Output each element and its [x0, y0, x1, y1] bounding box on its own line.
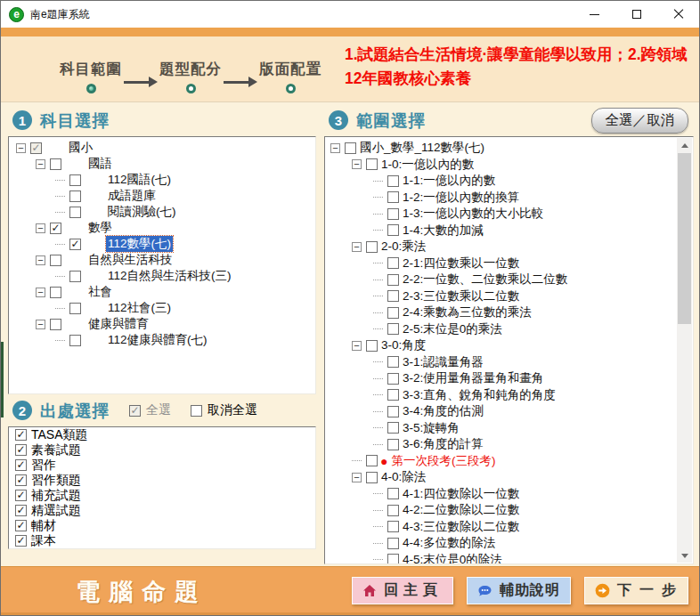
collapse-icon[interactable]: − — [36, 255, 45, 265]
tree-label[interactable]: 3-0:角度 — [379, 337, 427, 353]
maximize-button[interactable] — [615, 1, 657, 28]
tree-row[interactable]: −1-0:一億以內的數 — [327, 157, 677, 174]
checkbox[interactable] — [387, 323, 399, 335]
tree-label[interactable]: 3-1:認識量角器 — [401, 354, 485, 370]
tree-row[interactable]: 2-5:末位是0的乘法 — [327, 321, 677, 338]
tree-label[interactable]: 3-6:角度的計算 — [401, 436, 485, 452]
tree-row[interactable]: 閱讀測驗(七) — [11, 204, 313, 220]
tree-label[interactable]: 自然與生活科技 — [86, 252, 175, 268]
tree-label[interactable]: 國語 — [86, 156, 114, 172]
checkbox[interactable]: ✓ — [15, 429, 27, 441]
tree-label[interactable]: 2-5:末位是0的乘法 — [401, 321, 504, 337]
checkbox[interactable] — [387, 488, 399, 499]
tree-label[interactable]: 3-4:角度的估測 — [401, 403, 485, 419]
checkbox[interactable]: ✓ — [30, 142, 42, 154]
checkbox[interactable] — [69, 207, 81, 218]
collapse-icon[interactable]: − — [36, 159, 45, 169]
tree-label[interactable]: 數學 — [86, 220, 114, 236]
tree-row[interactable]: 2-3:三位數乘以二位數 — [327, 288, 677, 305]
tree-row[interactable]: −國小_數學_112數學(七) — [327, 140, 677, 157]
tree-row[interactable]: −3-0:角度 — [327, 337, 677, 354]
tree-row[interactable]: 2-4:乘數為三位數的乘法 — [327, 304, 677, 321]
checkbox[interactable]: ✓ — [69, 239, 81, 250]
checkbox[interactable] — [387, 208, 399, 220]
scroll-up-icon[interactable] — [677, 138, 692, 152]
tree-row[interactable]: −✓國小 — [11, 140, 313, 156]
home-button[interactable]: 回主頁 — [352, 577, 453, 604]
source-item[interactable]: ✓TASA類題 — [9, 427, 315, 442]
collapse-icon[interactable]: − — [352, 341, 362, 351]
checkbox[interactable] — [387, 191, 399, 203]
tree-row[interactable]: 112社會(三) — [11, 300, 313, 316]
source-item[interactable]: ✓輔材 — [9, 518, 315, 533]
checkbox[interactable] — [345, 142, 356, 154]
checkbox[interactable] — [387, 356, 399, 368]
tree-label[interactable]: 4-1:四位數除以一位數 — [401, 486, 521, 502]
tree-label[interactable]: 4-3:三位數除以二位數 — [401, 519, 521, 535]
tree-label[interactable]: 1-2:一億以內數的換算 — [401, 190, 521, 206]
minimize-button[interactable] — [574, 1, 615, 28]
next-button[interactable]: 下一步 — [584, 577, 688, 604]
scrollbar[interactable] — [677, 138, 692, 563]
tree-row[interactable]: 4-2:二位數除以二位數 — [327, 502, 677, 519]
checkbox[interactable] — [387, 406, 399, 417]
checkbox[interactable]: ✓ — [15, 505, 27, 516]
scrollbar-thumb[interactable] — [678, 153, 691, 324]
tree-row[interactable]: ✓112數學(七) — [11, 236, 313, 252]
tree-row[interactable]: 4-5:末位是0的除法 — [327, 552, 677, 564]
source-item[interactable]: ✓精選試題 — [9, 503, 315, 518]
tree-label[interactable]: 閱讀測驗(七) — [106, 204, 178, 220]
tree-row[interactable]: 3-2:使用量角器量角和畫角 — [327, 370, 677, 387]
checkbox[interactable]: ✓ — [15, 444, 27, 456]
source-item[interactable]: ✓習作類題 — [9, 473, 315, 488]
tree-label[interactable]: 1-4:大數的加減 — [401, 223, 485, 239]
checkbox[interactable] — [366, 472, 378, 483]
checkbox[interactable]: ✓ — [50, 223, 61, 234]
tree-label[interactable]: 1-1:一億以內的數 — [401, 173, 497, 189]
checkbox[interactable] — [366, 455, 378, 466]
source-item[interactable]: ✓補充試題 — [9, 488, 315, 503]
checkbox[interactable] — [387, 175, 399, 187]
tree-label[interactable]: 3-5:旋轉角 — [401, 420, 461, 436]
help-button[interactable]: 輔助說明 — [467, 577, 571, 604]
tree-row[interactable]: 1-3:一億以內數的大小比較 — [327, 206, 677, 223]
source-item[interactable]: ✓習作 — [9, 458, 315, 473]
checkbox[interactable] — [366, 340, 378, 352]
checkbox[interactable] — [387, 290, 399, 302]
checkbox[interactable] — [50, 255, 61, 266]
tree-row[interactable]: −4-0:除法 — [327, 469, 677, 486]
collapse-icon[interactable]: − — [352, 473, 362, 482]
checkbox[interactable] — [387, 422, 399, 434]
tree-label[interactable]: 112國語(七) — [106, 172, 173, 188]
tree-label[interactable]: 2-1:四位數乘以一位數 — [401, 255, 521, 272]
tree-label[interactable]: 2-3:三位數乘以二位數 — [401, 288, 521, 304]
tree-label[interactable]: 112社會(三) — [106, 300, 173, 316]
tree-label[interactable]: 2-0:乘法 — [379, 239, 427, 255]
collapse-icon[interactable]: − — [330, 143, 340, 153]
checkbox[interactable]: ✓ — [15, 490, 27, 501]
tree-row[interactable]: 4-3:三位數除以二位數 — [327, 519, 677, 536]
checkbox[interactable] — [387, 389, 399, 401]
tree-label[interactable]: 國小 — [67, 140, 94, 156]
checkbox[interactable] — [69, 335, 81, 346]
checkbox[interactable] — [387, 373, 399, 385]
tree-row[interactable]: 2-2:一位數、二位數乘以二位數 — [327, 272, 677, 288]
tree-row[interactable]: 3-5:旋轉角 — [327, 420, 677, 437]
checkbox[interactable] — [69, 174, 81, 186]
tree-label[interactable]: 4-4:多位數的除法 — [401, 535, 497, 551]
tree-row[interactable]: 112自然與生活科技(三) — [11, 268, 313, 284]
tree-label[interactable]: 第一次段考(三段考) — [389, 453, 497, 469]
collapse-icon[interactable]: − — [36, 320, 45, 329]
tree-row[interactable]: 1-2:一億以內數的換算 — [327, 190, 677, 207]
tree-label[interactable]: 112數學(七) — [106, 236, 173, 252]
tree-row[interactable]: 1-4:大數的加減 — [327, 223, 677, 239]
tree-label[interactable]: 成語題庫 — [106, 188, 158, 204]
checkbox[interactable]: ✓ — [15, 474, 27, 486]
tree-row[interactable]: −社會 — [11, 284, 313, 300]
collapse-icon[interactable]: − — [36, 288, 45, 297]
checkbox[interactable]: ✓ — [15, 535, 27, 547]
tree-label[interactable]: 2-4:乘數為三位數的乘法 — [401, 304, 533, 320]
tree-row[interactable]: −健康與體育 — [11, 316, 313, 332]
checkbox[interactable] — [387, 521, 399, 532]
source-item[interactable]: ✓素養試題 — [9, 442, 315, 458]
